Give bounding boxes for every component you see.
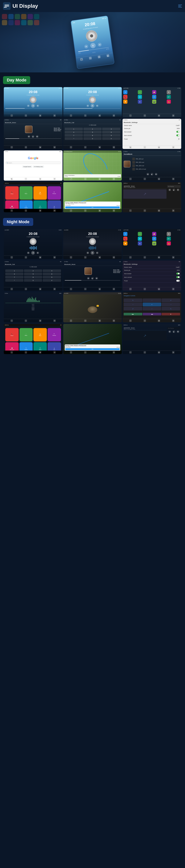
bi-nav[interactable]: ◉ — [99, 288, 101, 290]
bi-dial[interactable]: 📞 — [129, 115, 132, 117]
toggle-auto-connect[interactable] — [176, 276, 180, 278]
bi-nav[interactable]: ◉ — [39, 351, 41, 353]
bi-dial[interactable]: 📞 — [129, 210, 132, 212]
bi-set[interactable]: ⚙ — [113, 115, 115, 117]
prev-button[interactable]: ⏮ — [84, 44, 88, 49]
carplay-maps[interactable]: ◉Maps — [33, 186, 47, 200]
play-btn[interactable]: ▶ — [173, 330, 175, 333]
key-9[interactable]: 9 — [43, 276, 61, 278]
bi-dial[interactable]: 📞 — [10, 115, 13, 117]
bi-set[interactable]: ⚙ — [172, 351, 175, 353]
bi-nav[interactable]: ◉ — [39, 319, 41, 322]
btn-red[interactable]: ■ — [162, 313, 180, 315]
bi-set[interactable]: ⚙ — [113, 178, 115, 180]
key-7[interactable]: 7 — [5, 276, 23, 278]
bi-set[interactable]: ⚙ — [172, 115, 175, 117]
bi-nav[interactable]: ◉ — [39, 256, 41, 258]
bi-dial[interactable]: 📞 — [10, 288, 13, 290]
prev-btn[interactable]: ⏮ — [147, 173, 149, 176]
bi-music[interactable]: ♪ — [84, 319, 86, 322]
bi-set[interactable]: ⚙ — [53, 351, 56, 353]
btn-purple[interactable]: ◀◀ — [143, 313, 161, 315]
pause-button[interactable]: ⏸ — [90, 42, 96, 49]
bi-music[interactable]: ♪ — [84, 351, 86, 353]
key-9[interactable]: 9 — [102, 134, 120, 137]
bi-nav[interactable]: ◉ — [39, 288, 41, 290]
bi-music[interactable]: ♪ — [144, 115, 146, 117]
app-waze[interactable]: W — [138, 95, 142, 99]
nav-center[interactable]: ● — [143, 303, 161, 306]
toggle-power[interactable] — [176, 280, 180, 282]
bi-music[interactable]: ♪ — [144, 178, 146, 180]
bi-music[interactable]: ♪ — [25, 256, 27, 258]
toggle-power[interactable] — [176, 138, 180, 140]
app-settings[interactable]: ⚙ — [167, 232, 171, 236]
bi-nav[interactable]: ◉ — [99, 319, 101, 322]
bi-set[interactable]: ⚙ — [53, 210, 56, 212]
bi-nav[interactable]: ◉ — [158, 351, 160, 353]
prev-btn[interactable]: ⏮ — [27, 251, 30, 254]
key-8[interactable]: 8 — [83, 134, 102, 137]
bi-set[interactable]: ⚙ — [172, 256, 175, 258]
key-2[interactable]: 2 — [83, 128, 102, 130]
key-8[interactable]: 8 — [24, 276, 42, 278]
carplay-phone[interactable]: 📞Phone — [5, 328, 19, 341]
bi-music[interactable]: ♪ — [84, 146, 86, 148]
bi-dial[interactable]: 📞 — [129, 146, 132, 148]
bi-set[interactable]: ⚙ — [53, 146, 56, 148]
bi-set[interactable]: ⚙ — [53, 256, 56, 258]
play-btn[interactable]: ▶ — [173, 189, 175, 191]
bi-set[interactable]: ⚙ — [53, 288, 56, 290]
bi-music[interactable]: ♪ — [25, 178, 27, 180]
app-telegram[interactable]: ✈ — [123, 232, 127, 236]
bi-dial[interactable]: 📞 — [70, 256, 72, 258]
carplay-phone[interactable]: 📞Phone — [5, 186, 19, 200]
bi-set[interactable]: ⚙ — [113, 210, 115, 212]
key-2[interactable]: 2 — [24, 270, 42, 272]
bi-nav[interactable]: ◉ — [158, 210, 160, 212]
go-button-night[interactable]: GO — [65, 348, 120, 350]
bi-set[interactable]: ⚙ — [53, 115, 56, 117]
key-0[interactable]: 0 — [24, 279, 42, 282]
bi-set[interactable]: ⚙ — [113, 146, 115, 148]
app-radio[interactable]: 📻 — [167, 241, 171, 245]
key-hash[interactable]: # — [43, 279, 61, 282]
app-settings[interactable]: ⚙ — [167, 90, 171, 94]
bi-dial[interactable]: 📞 — [129, 178, 132, 180]
bi-nav[interactable]: ◉ — [158, 288, 160, 290]
bi-nav[interactable]: ◉ — [99, 256, 101, 258]
bi-nav[interactable]: ◉ — [158, 178, 160, 180]
bi-music[interactable]: ♪ — [25, 146, 27, 148]
bi-nav[interactable]: ◉ — [39, 210, 41, 212]
key-0[interactable]: 0 — [83, 137, 102, 140]
bi-music[interactable]: ♪ — [144, 288, 146, 290]
play-btn[interactable]: ▶ — [91, 277, 94, 280]
prev-btn[interactable]: ⏮ — [27, 104, 30, 107]
pause-btn[interactable]: ⏸ — [31, 251, 35, 255]
bi-set[interactable]: ⚙ — [113, 288, 115, 290]
nav-r[interactable]: → — [162, 303, 180, 306]
bi-dial[interactable]: 📞 — [10, 146, 13, 148]
bi-set[interactable]: ⚙ — [172, 178, 175, 180]
key-5[interactable]: 5 — [24, 273, 42, 275]
app-bt[interactable]: ⚡ — [152, 237, 156, 241]
bi-set[interactable]: ⚙ — [113, 256, 115, 258]
bi-music[interactable]: ♪ — [84, 210, 86, 212]
key-6[interactable]: 6 — [43, 273, 61, 275]
bi-nav[interactable]: ◉ — [158, 115, 160, 117]
app-files[interactable]: 📁 — [152, 232, 156, 236]
bi-nav[interactable]: ◉ — [39, 146, 41, 148]
next-btn[interactable]: ⏭ — [36, 104, 39, 107]
app-music[interactable]: ♪ — [138, 90, 142, 94]
next-btn[interactable]: ⏭ — [177, 189, 179, 191]
key-1[interactable]: 1 — [65, 128, 83, 130]
play-btn[interactable]: ▶ — [151, 173, 153, 176]
key-hash[interactable]: # — [102, 137, 120, 140]
bi-music[interactable]: ♪ — [144, 319, 146, 322]
bi-nav[interactable]: ◉ — [158, 319, 160, 322]
carplay-music[interactable]: ♪Music — [20, 328, 33, 341]
pause-btn[interactable]: ⏸ — [90, 104, 95, 107]
app-nav[interactable]: ▲ — [138, 99, 142, 104]
prev-btn[interactable]: ⏮ — [168, 330, 171, 333]
nav-tr[interactable]: ↗ — [162, 299, 180, 302]
